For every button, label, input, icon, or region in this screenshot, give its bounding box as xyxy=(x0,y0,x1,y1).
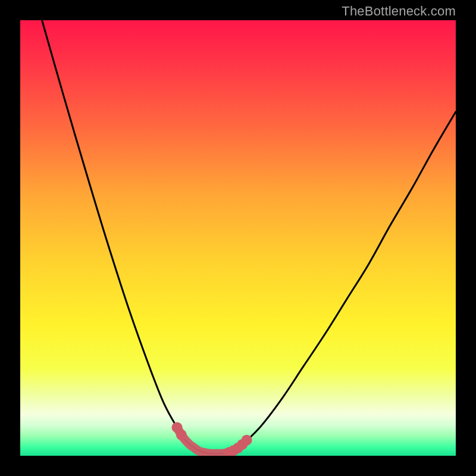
watermark-text: TheBottleneck.com xyxy=(342,4,456,19)
black-frame xyxy=(0,0,476,476)
